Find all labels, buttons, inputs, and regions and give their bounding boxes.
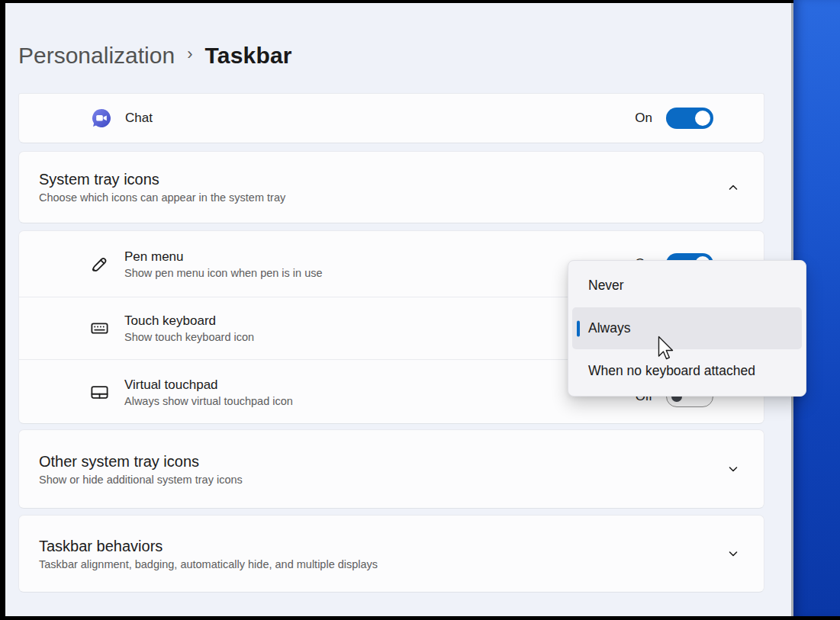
dropdown-option-always[interactable]: Always [572,307,802,350]
page-title: Taskbar [204,43,291,69]
pen-menu-subtitle: Show pen menu icon when pen is in use [124,267,323,279]
taskbar-behaviors-title: Taskbar behaviors [39,538,378,555]
chat-label: Chat [125,111,153,126]
touch-keyboard-subtitle: Show touch keyboard icon [124,331,254,343]
pen-menu-title: Pen menu [124,249,323,265]
chevron-up-icon[interactable] [726,180,741,195]
chevron-down-icon[interactable] [726,546,741,561]
taskbar-behaviors-card[interactable]: Taskbar behaviors Taskbar alignment, bad… [18,515,764,593]
other-system-tray-icons-card[interactable]: Other system tray icons Show or hide add… [18,429,764,509]
other-system-tray-icons-title: Other system tray icons [39,453,243,471]
touch-keyboard-title: Touch keyboard [124,313,254,329]
virtual-touchpad-subtitle: Always show virtual touchpad icon [124,395,293,407]
breadcrumb-personalization[interactable]: Personalization [18,43,175,69]
dropdown-option-when-no-keyboard[interactable]: When no keyboard attached [572,349,802,392]
breadcrumb-chevron-icon: › [187,44,192,64]
chat-setting-card: Chat On [18,93,764,143]
chevron-down-icon[interactable] [726,461,741,477]
touch-keyboard-dropdown-menu: Never Always When no keyboard attached [568,260,806,397]
teams-chat-icon [91,108,112,129]
system-tray-icons-title: System tray icons [39,171,285,188]
taskbar-behaviors-subtitle: Taskbar alignment, badging, automaticall… [39,558,378,570]
system-tray-icons-subtitle: Choose which icons can appear in the sys… [39,191,285,204]
chat-state-label: On [635,111,652,126]
chat-toggle[interactable] [666,108,713,129]
pen-icon [89,253,110,275]
selected-indicator [577,320,580,336]
system-tray-icons-card[interactable]: System tray icons Choose which icons can… [18,151,764,223]
dropdown-option-never[interactable]: Never [572,265,802,307]
virtual-touchpad-title: Virtual touchpad [124,377,293,393]
other-system-tray-icons-subtitle: Show or hide additional system tray icon… [39,474,243,486]
mouse-cursor [658,336,676,365]
touchpad-icon [89,381,110,403]
touch-keyboard-icon [89,317,110,339]
breadcrumb: Personalization › Taskbar [18,43,292,69]
